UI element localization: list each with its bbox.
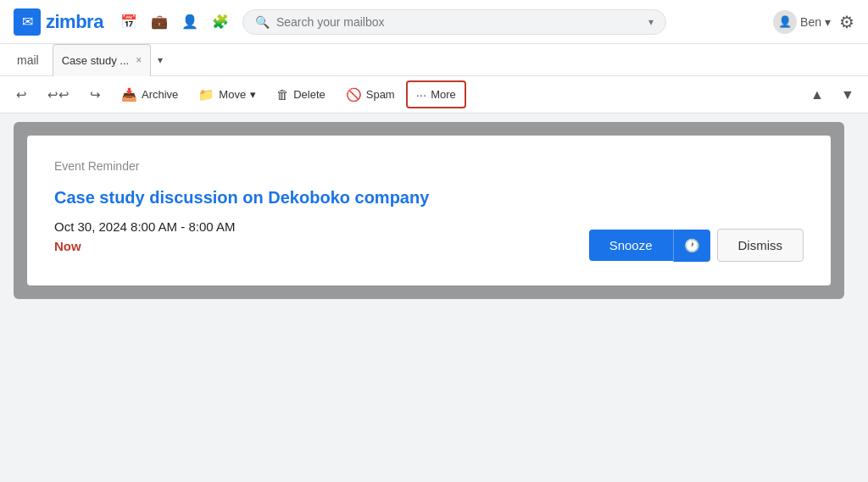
calendar-icon[interactable]: 📅 [117, 10, 141, 34]
archive-icon: 📥 [121, 87, 137, 102]
prev-message-button[interactable]: ▲ [804, 81, 831, 108]
event-actions: Snooze 🕐 Dismiss [589, 229, 804, 262]
search-bar: 🔍 ▾ [242, 9, 666, 35]
event-title: Case study discussion on Dekoboko compan… [54, 188, 804, 208]
user-name: Ben [800, 15, 821, 29]
reply-all-button[interactable]: ↩↩ [38, 81, 79, 108]
tab-list-dropdown-icon[interactable]: ▾ [158, 54, 163, 66]
spam-icon: 🚫 [346, 87, 362, 102]
tab-mail[interactable]: mail [7, 44, 49, 76]
clock-icon: 🕐 [684, 238, 700, 252]
reply-button[interactable]: ↩ [7, 81, 36, 108]
logo[interactable]: ✉ zimbra [14, 8, 103, 36]
tab-case-study[interactable]: Case study ... × [53, 44, 152, 76]
spam-button[interactable]: 🚫 Spam [337, 81, 404, 108]
avatar: 👤 [773, 10, 797, 34]
delete-button[interactable]: 🗑 Delete [267, 81, 335, 108]
more-button[interactable]: ··· More [406, 80, 466, 108]
next-message-button[interactable]: ▼ [834, 81, 861, 108]
mail-logo-icon: ✉ [22, 14, 33, 30]
user-menu[interactable]: 👤 Ben ▾ [773, 10, 831, 34]
topbar: ✉ zimbra 📅 💼 👤 🧩 🔍 ▾ 👤 Ben ▾ ⚙ [0, 0, 868, 44]
avatar-icon: 👤 [778, 15, 792, 28]
contacts-icon[interactable]: 👤 [178, 10, 202, 34]
snooze-clock-button[interactable]: 🕐 [673, 230, 710, 262]
tab-active-label: Case study ... [62, 54, 129, 67]
tab-mail-label: mail [17, 53, 39, 67]
topbar-right: 👤 Ben ▾ ⚙ [773, 10, 854, 34]
briefcase-icon[interactable]: 💼 [147, 10, 171, 34]
event-card: Event Reminder Case study discussion on … [27, 136, 831, 285]
archive-label: Archive [142, 88, 178, 101]
move-label: Move [219, 88, 246, 101]
reply-icon: ↩ [16, 87, 27, 102]
snooze-button[interactable]: Snooze [589, 230, 673, 261]
spam-label: Spam [366, 88, 395, 101]
tabbar: mail Case study ... × ▾ [0, 44, 868, 76]
more-dots-icon: ··· [416, 87, 427, 102]
move-dropdown-icon: ▾ [250, 88, 256, 101]
search-icon: 🔍 [255, 15, 270, 29]
main-content: Event Reminder Case study discussion on … [0, 114, 868, 307]
move-icon: 📁 [198, 87, 214, 102]
logo-icon: ✉ [14, 8, 41, 36]
more-label: More [431, 88, 456, 101]
dismiss-button[interactable]: Dismiss [717, 229, 804, 262]
event-overlay: Event Reminder Case study discussion on … [14, 122, 844, 299]
tab-close-icon[interactable]: × [136, 54, 142, 66]
forward-icon: ↪ [90, 87, 101, 102]
event-label: Event Reminder [54, 159, 804, 173]
settings-icon[interactable]: ⚙ [839, 12, 854, 32]
delete-label: Delete [293, 88, 326, 101]
toolbar-nav: ▲ ▼ [804, 81, 861, 108]
search-chevron-icon: ▾ [648, 16, 654, 28]
app-name: zimbra [46, 11, 103, 33]
search-input[interactable] [276, 15, 642, 29]
move-button[interactable]: 📁 Move ▾ [189, 81, 265, 108]
reply-all-icon: ↩↩ [47, 87, 70, 102]
delete-icon: 🗑 [276, 87, 289, 102]
puzzle-icon[interactable]: 🧩 [209, 10, 232, 34]
toolbar: ↩ ↩↩ ↪ 📥 Archive 📁 Move ▾ 🗑 Delete 🚫 Spa… [0, 76, 868, 114]
user-dropdown-icon: ▾ [825, 15, 831, 29]
forward-button[interactable]: ↪ [81, 81, 110, 108]
archive-button[interactable]: 📥 Archive [112, 81, 187, 108]
topbar-icons: 📅 💼 👤 🧩 [117, 10, 232, 34]
